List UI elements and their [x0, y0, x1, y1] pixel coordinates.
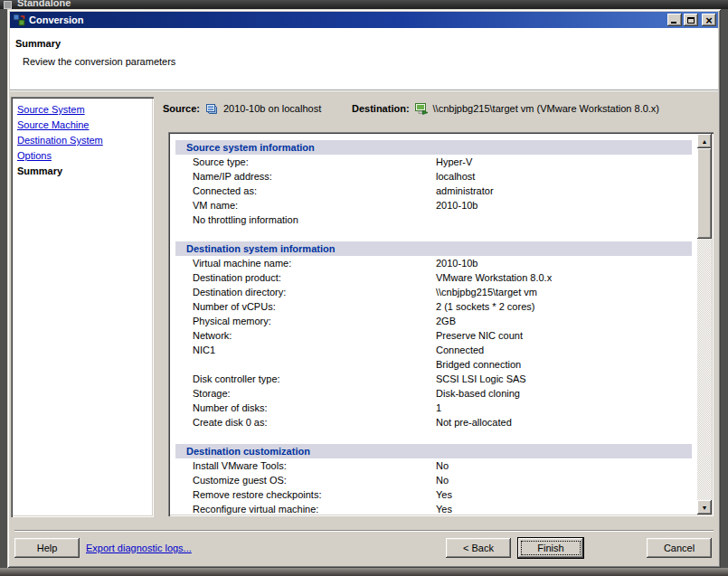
summary-row: Disk controller type:SCSI LSI Logic SAS	[170, 372, 697, 386]
dialog-titlebar[interactable]: Conversion ×	[10, 12, 718, 28]
row-label: NIC1	[193, 345, 215, 355]
row-value: Yes	[436, 502, 452, 515]
row-label: Network:	[193, 330, 232, 341]
scroll-up-button[interactable]: ▲	[697, 134, 712, 148]
row-label: Destination directory:	[193, 287, 286, 297]
summary-section: Destination customizationInstall VMware …	[170, 444, 697, 515]
summary-section: Destination system informationVirtual ma…	[170, 241, 697, 430]
export-diagnostic-logs-link[interactable]: Export diagnostic logs...	[86, 538, 192, 558]
row-label: Virtual machine name:	[193, 258, 291, 269]
summary-panel: Source system informationSource type:Hyp…	[168, 132, 714, 516]
summary-section: Source system informationSource type:Hyp…	[170, 140, 697, 227]
finish-button[interactable]: Finish	[518, 538, 583, 558]
summary-row: Network:Preserve NIC count	[170, 328, 697, 343]
summary-row: Connected as:administrator	[170, 184, 697, 198]
row-value: Preserve NIC count	[436, 328, 523, 343]
minimize-button[interactable]	[667, 14, 682, 26]
row-label: VM name:	[193, 200, 238, 211]
source-summary: Source: 2010-10b on localhost	[163, 100, 321, 117]
summary-row: Remove restore checkpoints:Yes	[170, 487, 697, 502]
page-title: Summary	[15, 38, 61, 49]
summary-row: Storage:Disk-based cloning	[170, 386, 697, 401]
row-value: 2010-10b	[436, 198, 478, 212]
row-value: No	[436, 473, 449, 487]
parent-window-title: Standalone	[17, 0, 71, 8]
sidebar-item-options[interactable]: Options	[11, 148, 154, 164]
source-host-icon	[204, 101, 219, 116]
row-value: SCSI LSI Logic SAS	[436, 372, 526, 386]
summary-row: Create disk 0 as:Not pre-allocated	[170, 415, 697, 430]
back-button[interactable]: < Back	[446, 538, 511, 558]
row-label: Destination product:	[193, 272, 281, 283]
parent-app-icon	[4, 1, 12, 9]
row-label: Reconfigure virtual machine:	[193, 504, 318, 515]
vertical-scrollbar[interactable]: ▲ ▼	[697, 134, 712, 515]
section-header: Source system information	[175, 140, 692, 155]
scroll-up-icon: ▲	[702, 138, 708, 145]
scroll-down-button[interactable]: ▼	[697, 500, 712, 515]
summary-row: Install VMware Tools:No	[170, 458, 697, 473]
close-button[interactable]: ×	[702, 14, 716, 26]
row-label: Physical memory:	[193, 316, 271, 326]
row-label: Remove restore checkpoints:	[193, 489, 321, 500]
row-label: Name/IP address:	[193, 171, 272, 182]
page-subtitle: Review the conversion parameters	[23, 56, 175, 67]
row-value: Bridged connection	[436, 357, 521, 372]
desktop: { "parent_window": { "title_visible": "S…	[0, 0, 728, 576]
row-value: 1	[436, 401, 441, 415]
sidebar-nav: Source SystemSource MachineDestination S…	[11, 97, 154, 517]
maximize-button[interactable]	[684, 14, 698, 26]
sidebar-item-summary: Summary	[11, 164, 154, 179]
cancel-button[interactable]: Cancel	[647, 538, 712, 558]
row-value: Disk-based cloning	[436, 386, 520, 401]
section-header: Destination customization	[175, 444, 692, 458]
summary-row: Physical memory:2GB	[170, 314, 697, 328]
row-label: Source type:	[193, 156, 249, 167]
row-label: No throttling information	[193, 214, 298, 225]
row-label: Number of disks:	[193, 402, 268, 413]
footer-separator	[14, 530, 714, 532]
row-label: Connected as:	[193, 185, 257, 196]
help-button[interactable]: Help	[14, 538, 80, 558]
minimize-icon	[671, 22, 676, 24]
parent-window-bottom-edge	[0, 568, 728, 576]
summary-row: VM name:2010-10b	[170, 198, 697, 212]
row-value: 2 (1 sockets * 2 cores)	[436, 299, 534, 314]
destination-summary: Destination: \\cnbjpbg215\target vm (VMw…	[352, 100, 659, 117]
sidebar-item-source-machine[interactable]: Source Machine	[11, 118, 154, 133]
row-value: administrator	[436, 184, 494, 198]
destination-label: Destination:	[352, 103, 410, 114]
destination-vm-icon	[414, 101, 429, 116]
scroll-down-icon: ▼	[702, 505, 708, 511]
summary-row: Number of disks:1	[170, 401, 697, 415]
converter-app-icon	[13, 14, 25, 26]
summary-sections: Source system informationSource type:Hyp…	[170, 134, 697, 515]
summary-row: No throttling information	[170, 212, 697, 227]
row-label: Disk controller type:	[193, 373, 280, 384]
summary-row: Reconfigure virtual machine:Yes	[170, 502, 697, 515]
row-value: Yes	[436, 487, 452, 502]
row-value: Hyper-V	[436, 155, 472, 169]
source-label: Source:	[163, 103, 200, 114]
row-label: Storage:	[193, 388, 231, 399]
row-label: Create disk 0 as:	[193, 417, 268, 428]
sidebar-item-source-system[interactable]: Source System	[11, 102, 154, 118]
finish-button-label: Finish	[537, 543, 563, 553]
summary-row: Destination directory:\\cnbjpbg215\targe…	[170, 285, 697, 299]
close-icon: ×	[705, 15, 713, 25]
destination-value: \\cnbjpbg215\target vm (VMware Workstati…	[433, 103, 659, 114]
conversion-dialog: Conversion × Summary Review the conversi…	[7, 9, 721, 568]
row-value: 2GB	[436, 314, 456, 328]
summary-row: Bridged connection	[170, 357, 697, 372]
scrollbar-thumb[interactable]	[697, 148, 712, 239]
row-label: Number of vCPUs:	[193, 301, 276, 312]
parent-window-titlebar: Standalone	[0, 0, 728, 9]
wizard-header: Summary Review the conversion parameters	[10, 28, 718, 90]
summary-row: Name/IP address:localhost	[170, 169, 697, 184]
row-value: Connected	[436, 343, 484, 357]
row-value: localhost	[436, 169, 475, 184]
section-header: Destination system information	[175, 241, 692, 256]
maximize-icon	[687, 17, 695, 24]
sidebar-item-destination-system[interactable]: Destination System	[11, 133, 154, 148]
row-label: Customize guest OS:	[193, 475, 287, 486]
